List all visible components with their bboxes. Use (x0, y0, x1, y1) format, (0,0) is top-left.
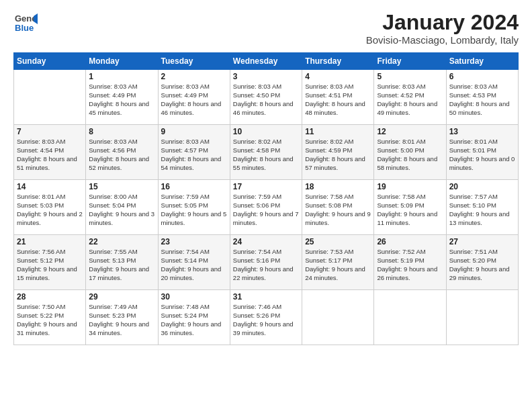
col-saturday: Saturday (446, 53, 518, 70)
cell-info: Sunrise: 7:58 AMSunset: 5:09 PMDaylight:… (377, 193, 443, 227)
cell-date: 12 (377, 127, 443, 136)
table-row: 25 Sunrise: 7:53 AMSunset: 5:17 PMDaylig… (302, 235, 374, 290)
table-row: 18 Sunrise: 7:58 AMSunset: 5:08 PMDaylig… (302, 180, 374, 235)
cell-info: Sunrise: 7:59 AMSunset: 5:05 PMDaylight:… (161, 193, 227, 227)
cell-date: 16 (161, 182, 227, 191)
table-row: 21 Sunrise: 7:56 AMSunset: 5:12 PMDaylig… (14, 235, 86, 290)
cell-date: 22 (89, 237, 154, 246)
table-row: 5 Sunrise: 8:03 AMSunset: 4:52 PMDayligh… (374, 70, 446, 125)
table-row (374, 290, 446, 345)
calendar-week-2: 14 Sunrise: 8:01 AMSunset: 5:03 PMDaylig… (14, 180, 519, 235)
table-row: 20 Sunrise: 7:57 AMSunset: 5:10 PMDaylig… (446, 180, 518, 235)
table-row: 2 Sunrise: 8:03 AMSunset: 4:49 PMDayligh… (158, 70, 230, 125)
cell-date: 19 (377, 182, 443, 191)
cell-date: 10 (233, 127, 299, 136)
cell-info: Sunrise: 8:03 AMSunset: 4:52 PMDaylight:… (377, 83, 443, 117)
table-row: 29 Sunrise: 7:49 AMSunset: 5:23 PMDaylig… (86, 290, 158, 345)
cell-date: 27 (449, 237, 515, 246)
cell-date: 17 (233, 182, 299, 191)
table-row: 17 Sunrise: 7:59 AMSunset: 5:06 PMDaylig… (230, 180, 302, 235)
logo-icon: General Blue (13, 11, 38, 35)
cell-date: 5 (377, 72, 443, 81)
cell-info: Sunrise: 8:03 AMSunset: 4:56 PMDaylight:… (89, 138, 154, 172)
table-row: 15 Sunrise: 8:00 AMSunset: 5:04 PMDaylig… (86, 180, 158, 235)
cell-info: Sunrise: 7:57 AMSunset: 5:10 PMDaylight:… (449, 193, 515, 227)
header: General Blue January 2024 Bovisio-Mascia… (13, 11, 519, 46)
cell-info: Sunrise: 7:48 AMSunset: 5:24 PMDaylight:… (161, 303, 227, 337)
svg-text:Blue: Blue (15, 23, 34, 33)
table-row: 6 Sunrise: 8:03 AMSunset: 4:53 PMDayligh… (446, 70, 518, 125)
cell-date: 11 (305, 127, 371, 136)
cell-date: 23 (161, 237, 227, 246)
cell-info: Sunrise: 8:02 AMSunset: 4:59 PMDaylight:… (305, 138, 371, 172)
cell-date: 3 (233, 72, 299, 81)
table-row: 24 Sunrise: 7:54 AMSunset: 5:16 PMDaylig… (230, 235, 302, 290)
cell-date: 7 (17, 127, 83, 136)
cell-date: 4 (305, 72, 371, 81)
cell-date: 31 (233, 292, 299, 302)
cell-info: Sunrise: 8:03 AMSunset: 4:49 PMDaylight:… (161, 83, 227, 117)
cell-info: Sunrise: 8:01 AMSunset: 5:03 PMDaylight:… (17, 193, 83, 227)
cell-info: Sunrise: 7:54 AMSunset: 5:16 PMDaylight:… (233, 248, 299, 282)
col-tuesday: Tuesday (158, 53, 230, 70)
logo: General Blue (13, 11, 38, 35)
calendar-body: 1 Sunrise: 8:03 AMSunset: 4:49 PMDayligh… (14, 70, 519, 345)
table-row: 22 Sunrise: 7:55 AMSunset: 5:13 PMDaylig… (86, 235, 158, 290)
table-row: 14 Sunrise: 8:01 AMSunset: 5:03 PMDaylig… (14, 180, 86, 235)
cell-info: Sunrise: 8:01 AMSunset: 5:00 PMDaylight:… (377, 138, 443, 172)
cell-info: Sunrise: 7:58 AMSunset: 5:08 PMDaylight:… (305, 193, 371, 227)
cell-info: Sunrise: 7:46 AMSunset: 5:26 PMDaylight:… (233, 303, 299, 337)
cell-date: 28 (17, 292, 83, 302)
col-thursday: Thursday (302, 53, 374, 70)
table-row (302, 290, 374, 345)
cell-info: Sunrise: 7:53 AMSunset: 5:17 PMDaylight:… (305, 248, 371, 282)
table-row: 19 Sunrise: 7:58 AMSunset: 5:09 PMDaylig… (374, 180, 446, 235)
cell-date: 13 (449, 127, 515, 136)
calendar-week-4: 28 Sunrise: 7:50 AMSunset: 5:22 PMDaylig… (14, 290, 519, 345)
cell-info: Sunrise: 8:03 AMSunset: 4:51 PMDaylight:… (305, 83, 371, 117)
cell-info: Sunrise: 7:50 AMSunset: 5:22 PMDaylight:… (17, 303, 83, 337)
cell-date: 20 (449, 182, 515, 191)
table-row: 7 Sunrise: 8:03 AMSunset: 4:54 PMDayligh… (14, 125, 86, 180)
table-row: 27 Sunrise: 7:51 AMSunset: 5:20 PMDaylig… (446, 235, 518, 290)
page: General Blue January 2024 Bovisio-Mascia… (0, 0, 532, 411)
table-row: 4 Sunrise: 8:03 AMSunset: 4:51 PMDayligh… (302, 70, 374, 125)
cell-date: 24 (233, 237, 299, 246)
cell-info: Sunrise: 8:03 AMSunset: 4:54 PMDaylight:… (17, 138, 83, 172)
cell-date: 25 (305, 237, 371, 246)
cell-info: Sunrise: 7:56 AMSunset: 5:12 PMDaylight:… (17, 248, 83, 282)
table-row: 31 Sunrise: 7:46 AMSunset: 5:26 PMDaylig… (230, 290, 302, 345)
table-row: 3 Sunrise: 8:03 AMSunset: 4:50 PMDayligh… (230, 70, 302, 125)
cell-date: 30 (161, 292, 227, 302)
table-row: 12 Sunrise: 8:01 AMSunset: 5:00 PMDaylig… (374, 125, 446, 180)
cell-date: 18 (305, 182, 371, 191)
cell-date: 8 (89, 127, 154, 136)
page-title: January 2024 (366, 11, 519, 34)
cell-info: Sunrise: 7:59 AMSunset: 5:06 PMDaylight:… (233, 193, 299, 227)
table-row: 10 Sunrise: 8:02 AMSunset: 4:58 PMDaylig… (230, 125, 302, 180)
cell-info: Sunrise: 7:55 AMSunset: 5:13 PMDaylight:… (89, 248, 154, 282)
header-row: Sunday Monday Tuesday Wednesday Thursday… (14, 53, 519, 70)
calendar-table: Sunday Monday Tuesday Wednesday Thursday… (13, 52, 519, 345)
col-monday: Monday (86, 53, 158, 70)
cell-info: Sunrise: 8:03 AMSunset: 4:53 PMDaylight:… (449, 83, 515, 117)
cell-date: 26 (377, 237, 443, 246)
table-row: 9 Sunrise: 8:03 AMSunset: 4:57 PMDayligh… (158, 125, 230, 180)
cell-info: Sunrise: 7:52 AMSunset: 5:19 PMDaylight:… (377, 248, 443, 282)
cell-info: Sunrise: 8:03 AMSunset: 4:50 PMDaylight:… (233, 83, 299, 117)
cell-info: Sunrise: 7:54 AMSunset: 5:14 PMDaylight:… (161, 248, 227, 282)
calendar-week-1: 7 Sunrise: 8:03 AMSunset: 4:54 PMDayligh… (14, 125, 519, 180)
cell-date: 29 (89, 292, 154, 302)
table-row: 1 Sunrise: 8:03 AMSunset: 4:49 PMDayligh… (86, 70, 158, 125)
table-row (14, 70, 86, 125)
cell-info: Sunrise: 7:49 AMSunset: 5:23 PMDaylight:… (89, 303, 154, 337)
cell-info: Sunrise: 8:03 AMSunset: 4:49 PMDaylight:… (89, 83, 154, 117)
cell-date: 14 (17, 182, 83, 191)
table-row: 26 Sunrise: 7:52 AMSunset: 5:19 PMDaylig… (374, 235, 446, 290)
table-row: 28 Sunrise: 7:50 AMSunset: 5:22 PMDaylig… (14, 290, 86, 345)
title-block: January 2024 Bovisio-Masciago, Lombardy,… (366, 11, 519, 46)
col-wednesday: Wednesday (230, 53, 302, 70)
table-row: 11 Sunrise: 8:02 AMSunset: 4:59 PMDaylig… (302, 125, 374, 180)
cell-date: 9 (161, 127, 227, 136)
cell-info: Sunrise: 8:02 AMSunset: 4:58 PMDaylight:… (233, 138, 299, 172)
